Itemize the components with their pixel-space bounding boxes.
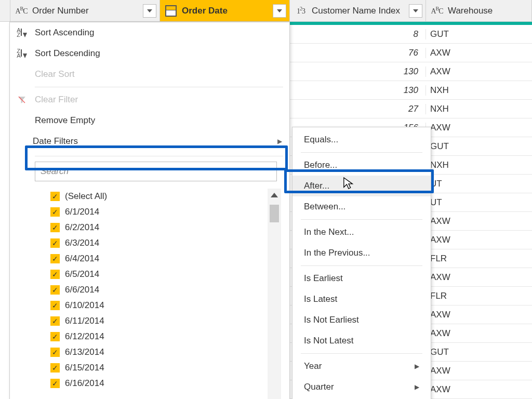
- cell-customer-index: 130: [290, 85, 426, 96]
- submenu-label: Before...: [304, 160, 337, 170]
- menu-remove-empty[interactable]: Remove Empty: [10, 110, 289, 131]
- checkbox-checked-icon[interactable]: ✓: [50, 270, 60, 279]
- checkbox-checked-icon[interactable]: ✓: [50, 238, 60, 248]
- date-filters-submenu: Equals... Before... After... Between... …: [292, 127, 431, 399]
- filter-values-list: ✓(Select All)✓6/1/2014✓6/2/2014✓6/3/2014…: [35, 185, 280, 391]
- scroll-up-icon[interactable]: [271, 193, 278, 197]
- submenu-quarter[interactable]: Quarter▶: [292, 377, 431, 397]
- filter-value-item[interactable]: ✓6/5/2014: [50, 267, 280, 282]
- column-filter-button[interactable]: [409, 4, 422, 18]
- submenu-is-not-earliest[interactable]: Is Not Earliest: [292, 310, 431, 330]
- cell-warehouse: AXW: [426, 123, 532, 133]
- table-row[interactable]: 130AXW: [290, 62, 532, 81]
- search-placeholder: Search: [41, 166, 69, 177]
- submenu-after[interactable]: After...: [292, 176, 431, 196]
- filter-value-item[interactable]: ✓6/6/2014: [50, 282, 280, 298]
- column-label: Order Number: [32, 6, 140, 16]
- submenu-is-earliest[interactable]: Is Earliest: [292, 268, 431, 289]
- submenu-label: In the Previous...: [304, 248, 370, 258]
- submenu-arrow-icon: ▶: [415, 363, 419, 370]
- checkbox-checked-icon[interactable]: ✓: [50, 332, 60, 341]
- checkbox-checked-icon[interactable]: ✓: [50, 363, 60, 373]
- menu-separator: [301, 353, 422, 354]
- filter-value-item[interactable]: ✓6/15/2014: [50, 360, 280, 376]
- scrollbar[interactable]: [268, 189, 281, 399]
- filter-value-label: 6/12/2014: [65, 331, 104, 342]
- filter-value-label: (Select All): [65, 191, 107, 202]
- checkbox-checked-icon[interactable]: ✓: [50, 379, 60, 388]
- column-header-order-date[interactable]: Order Date: [160, 0, 290, 21]
- menu-label: Remove Empty: [35, 115, 95, 126]
- submenu-in-previous[interactable]: In the Previous...: [292, 243, 431, 263]
- sort-desc-icon: ZA: [15, 49, 29, 58]
- table-row[interactable]: 130NXH: [290, 81, 532, 100]
- table-row[interactable]: 27NXH: [290, 100, 532, 118]
- submenu-label: Between...: [304, 202, 345, 212]
- column-label: Warehouse: [448, 6, 531, 16]
- column-filter-menu: AZ Sort Ascending ZA Sort Descending Cle…: [9, 22, 290, 399]
- column-filter-button[interactable]: [143, 4, 156, 18]
- filter-value-label: 6/15/2014: [65, 363, 104, 373]
- cell-warehouse: GUT: [426, 141, 532, 152]
- submenu-arrow-icon: ▶: [277, 138, 282, 145]
- submenu-before[interactable]: Before...: [292, 155, 431, 176]
- checkbox-checked-icon[interactable]: ✓: [50, 223, 60, 232]
- checkbox-checked-icon[interactable]: ✓: [50, 254, 60, 263]
- filter-value-label: 6/2/2014: [65, 222, 99, 233]
- checkbox-checked-icon[interactable]: ✓: [50, 348, 60, 357]
- filter-value-item[interactable]: ✓6/4/2014: [50, 251, 280, 267]
- submenu-between[interactable]: Between...: [292, 196, 431, 217]
- filter-value-item[interactable]: ✓6/2/2014: [50, 220, 280, 235]
- checkbox-checked-icon[interactable]: ✓: [50, 207, 60, 217]
- menu-separator: [35, 87, 283, 87]
- checkbox-checked-icon[interactable]: ✓: [50, 285, 60, 295]
- filter-value-item[interactable]: ✓(Select All): [50, 189, 280, 204]
- filter-value-label: 6/6/2014: [65, 285, 99, 295]
- filter-search-input[interactable]: Search: [35, 162, 277, 181]
- submenu-label: Is Latest: [304, 294, 337, 304]
- column-header-warehouse[interactable]: ABC Warehouse: [426, 0, 532, 21]
- column-filter-button[interactable]: [273, 4, 286, 18]
- table-row[interactable]: 76AXW: [290, 44, 532, 62]
- menu-sort-descending[interactable]: ZA Sort Descending: [10, 43, 289, 64]
- column-header-order-number[interactable]: ABC Order Number: [10, 0, 160, 21]
- menu-label: Clear Sort: [35, 69, 75, 79]
- filter-value-item[interactable]: ✓6/11/2014: [50, 313, 280, 329]
- sort-asc-icon: AZ: [15, 28, 29, 37]
- menu-date-filters[interactable]: Date Filters ▶: [10, 131, 289, 152]
- filter-value-label: 6/5/2014: [65, 269, 99, 280]
- filter-value-label: 6/1/2014: [65, 207, 99, 217]
- filter-value-item[interactable]: ✓6/3/2014: [50, 235, 280, 251]
- filter-value-item[interactable]: ✓6/10/2014: [50, 298, 280, 313]
- column-label: Customer Name Index: [312, 6, 406, 16]
- cell-warehouse: AXW: [426, 384, 532, 395]
- submenu-equals[interactable]: Equals...: [292, 129, 431, 150]
- cell-warehouse: UT: [426, 179, 532, 189]
- submenu-in-next[interactable]: In the Next...: [292, 222, 431, 243]
- table-row[interactable]: 8GUT: [290, 25, 532, 44]
- filter-value-item[interactable]: ✓6/12/2014: [50, 329, 280, 344]
- submenu-is-latest[interactable]: Is Latest: [292, 289, 431, 310]
- menu-label: Sort Descending: [35, 48, 100, 59]
- filter-value-item[interactable]: ✓6/13/2014: [50, 344, 280, 360]
- cell-warehouse: AXW: [426, 66, 532, 77]
- cell-warehouse: FLR: [426, 291, 532, 301]
- menu-separator: [301, 152, 422, 153]
- menu-separator: [301, 265, 422, 266]
- submenu-is-not-latest[interactable]: Is Not Latest: [292, 330, 431, 351]
- cell-warehouse: AXW: [426, 310, 532, 320]
- filter-value-item[interactable]: ✓6/1/2014: [50, 204, 280, 220]
- filter-value-item[interactable]: ✓6/16/2014: [50, 376, 280, 391]
- filter-value-label: 6/16/2014: [65, 378, 104, 389]
- filter-values-panel: ✓(Select All)✓6/1/2014✓6/2/2014✓6/3/2014…: [35, 185, 280, 391]
- checkbox-checked-icon[interactable]: ✓: [50, 192, 60, 201]
- menu-label: Clear Filter: [35, 95, 78, 105]
- column-header-customer-index[interactable]: 123 Customer Name Index: [290, 0, 426, 21]
- checkbox-checked-icon[interactable]: ✓: [50, 301, 60, 310]
- filter-value-label: 6/3/2014: [65, 238, 99, 248]
- scroll-thumb[interactable]: [270, 205, 279, 222]
- submenu-year[interactable]: Year▶: [292, 356, 431, 377]
- menu-sort-ascending[interactable]: AZ Sort Ascending: [10, 22, 289, 43]
- submenu-label: Quarter: [304, 382, 334, 392]
- checkbox-checked-icon[interactable]: ✓: [50, 316, 60, 326]
